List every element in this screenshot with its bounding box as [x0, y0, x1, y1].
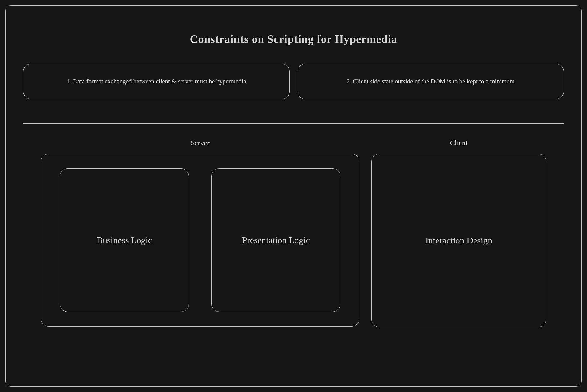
- interaction-design-box: Interaction Design: [371, 154, 546, 327]
- diagram-frame: Constraints on Scripting for Hypermedia …: [5, 5, 582, 387]
- server-label: Server: [191, 139, 210, 147]
- business-logic-box: Business Logic: [60, 168, 189, 312]
- client-label: Client: [450, 139, 468, 147]
- section-divider: [23, 123, 564, 124]
- presentation-logic-box: Presentation Logic: [211, 168, 340, 312]
- constraints-row: 1. Data format exchanged between client …: [23, 64, 564, 99]
- constraint-2: 2. Client side state outside of the DOM …: [298, 64, 564, 99]
- client-tier: Client Interaction Design: [371, 139, 546, 327]
- server-tier: Server Business Logic Presentation Logic: [41, 139, 359, 327]
- diagram-title: Constraints on Scripting for Hypermedia: [23, 33, 564, 46]
- server-body: Business Logic Presentation Logic: [41, 154, 359, 327]
- architecture-row: Server Business Logic Presentation Logic…: [23, 139, 564, 327]
- constraint-1: 1. Data format exchanged between client …: [23, 64, 290, 99]
